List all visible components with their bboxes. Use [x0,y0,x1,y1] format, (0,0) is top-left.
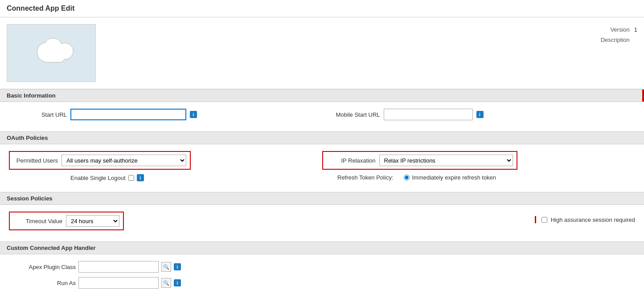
run-as-input[interactable] [78,277,159,289]
refresh-token-row: Refresh Token Policy: Immediately expire… [322,174,636,181]
refresh-token-radio[interactable] [404,175,410,180]
enable-single-logout-info-icon[interactable]: i [137,174,144,181]
page-title: Connected App Edit [7,4,637,12]
start-url-info-icon[interactable]: i [190,111,197,118]
basic-info-title: Basic Information [7,92,56,99]
timeout-value-select[interactable]: 2 hours 4 hours 8 hours 12 hours 24 hour… [66,215,119,227]
oauth-layout: Permitted Users All users may self-autho… [9,151,635,185]
permitted-users-row: Permitted Users All users may self-autho… [9,151,322,170]
basic-info-section-header: Basic Information [0,89,644,102]
logo-area: Version 1 Description [0,17,644,89]
oauth-policies-title: OAuth Policies [7,135,48,141]
description-row: Description [594,37,637,43]
permitted-users-box: Permitted Users All users may self-autho… [9,151,191,170]
custom-handler-body: Apex Plugin Class 🔍 i Run As 🔍 i [0,254,644,298]
ip-relaxation-select[interactable]: Relax IP restrictions Enforce IP restric… [379,155,513,166]
custom-handler-title: Custom Connected App Handler [7,245,96,251]
enable-single-logout-checkbox[interactable] [128,175,134,181]
app-logo [7,24,96,82]
oauth-right: IP Relaxation Relax IP restrictions Enfo… [322,151,636,185]
basic-info-layout: Start URL i Mobile Start URL i [9,109,635,125]
refresh-token-label: Refresh Token Policy: [322,174,394,181]
high-assurance-checkbox[interactable] [541,217,547,223]
refresh-token-value: Immediately expire refresh token [412,174,496,181]
start-url-row: Start URL i [9,109,322,120]
session-right: High assurance session required [535,212,635,223]
permitted-users-label: Permitted Users [13,157,58,164]
high-assurance-label: High assurance session required [551,216,635,223]
oauth-policies-section-header: OAuth Policies [0,131,644,144]
mobile-start-url-label: Mobile Start URL [322,111,380,118]
session-layout: Timeout Value 2 hours 4 hours 8 hours 12… [9,212,635,235]
timeout-value-row: Timeout Value 2 hours 4 hours 8 hours 12… [9,212,124,230]
mobile-start-url-input[interactable] [384,109,473,120]
run-as-info-icon[interactable]: i [174,279,181,286]
session-policies-section-header: Session Policies [0,192,644,205]
session-left: Timeout Value 2 hours 4 hours 8 hours 12… [9,212,124,235]
timeout-value-box: Timeout Value 2 hours 4 hours 8 hours 12… [9,212,124,230]
mobile-start-url-info-icon[interactable]: i [476,111,484,118]
high-assurance-divider [535,216,538,223]
apex-plugin-class-label: Apex Plugin Class [9,264,76,270]
basic-info-body: Start URL i Mobile Start URL i [0,102,644,131]
apex-info-icon[interactable]: i [174,263,181,270]
version-area: Version 1 Description [594,24,637,43]
version-row: Version 1 [594,26,637,33]
apex-plugin-class-row: Apex Plugin Class 🔍 i [9,261,635,273]
salesforce-cloud-icon [29,37,74,69]
description-label: Description [594,37,630,43]
version-value: 1 [634,26,637,33]
ip-relaxation-box: IP Relaxation Relax IP restrictions Enfo… [322,151,517,170]
page-header: Connected App Edit [0,0,644,17]
run-as-lookup-icon[interactable]: 🔍 [161,278,171,288]
refresh-token-area: Immediately expire refresh token [404,174,496,181]
permitted-users-select[interactable]: All users may self-authorize Admin appro… [62,155,186,166]
session-policies-title: Session Policies [7,195,53,202]
timeout-value-label: Timeout Value [13,218,62,225]
ip-relaxation-label: IP Relaxation [327,157,376,164]
oauth-left: Permitted Users All users may self-autho… [9,151,322,185]
start-url-label: Start URL [9,111,67,118]
ip-relaxation-row: IP Relaxation Relax IP restrictions Enfo… [322,151,636,170]
apex-plugin-class-input[interactable] [78,261,159,273]
enable-single-logout-label: Enable Single Logout [70,175,126,181]
start-url-input[interactable] [70,109,186,120]
run-as-label: Run As [9,280,76,286]
custom-handler-section-header: Custom Connected App Handler [0,241,644,254]
apex-lookup-icon[interactable]: 🔍 [161,262,171,272]
version-label: Version [594,26,630,33]
oauth-policies-body: Permitted Users All users may self-autho… [0,144,644,192]
session-policies-body: Timeout Value 2 hours 4 hours 8 hours 12… [0,205,644,241]
mobile-start-url-row: Mobile Start URL i [322,109,636,120]
enable-single-logout-row: Enable Single Logout i [70,174,322,181]
run-as-row: Run As 🔍 i [9,277,635,289]
basic-info-right: Mobile Start URL i [322,109,636,125]
basic-info-left: Start URL i [9,109,322,125]
